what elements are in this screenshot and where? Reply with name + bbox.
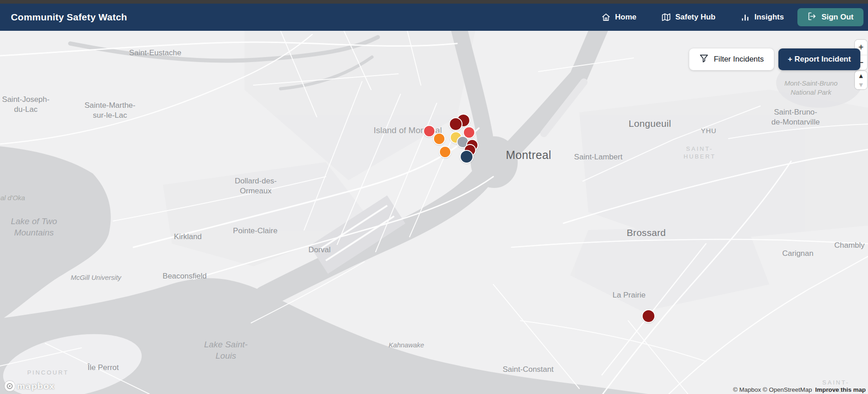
nav-item-safety-hub[interactable]: Safety Hub (662, 13, 715, 22)
improve-this-map-link[interactable]: Improve this map (815, 386, 866, 393)
filter-incidents-button[interactable]: Filter Incidents (689, 48, 774, 70)
nav-item-insights-label: Insights (754, 13, 784, 22)
incident-marker-darkred[interactable] (449, 117, 463, 131)
main-nav: Home Safety Hub Insights (601, 13, 784, 22)
report-incident-button[interactable]: + Report Incident (778, 48, 860, 70)
incident-marker-orange[interactable] (433, 133, 445, 145)
filter-incidents-label: Filter Incidents (714, 55, 764, 64)
mapbox-wordmark: mapbox (17, 381, 55, 391)
sign-out-label: Sign Out (821, 13, 854, 22)
map-pitch-control: ▲ ▼ (855, 71, 867, 89)
pitch-down-button[interactable]: ▼ (855, 80, 867, 89)
window-top-strip (0, 0, 868, 4)
pitch-up-button[interactable]: ▲ (855, 71, 867, 80)
incident-marker-orange[interactable] (439, 146, 451, 158)
mapbox-badge-icon (5, 381, 15, 391)
incident-marker-red[interactable] (423, 125, 435, 137)
incident-marker-darkred[interactable] (642, 309, 655, 323)
home-icon (601, 13, 610, 22)
incident-marker-navy[interactable] (460, 150, 473, 163)
filter-funnel-icon (699, 53, 709, 65)
app-title: Community Safety Watch (11, 12, 127, 23)
map-canvas[interactable]: Saint-EustacheSaint-Joseph- du-LacSainte… (0, 31, 868, 394)
nav-item-home[interactable]: Home (601, 13, 636, 22)
nav-item-insights[interactable]: Insights (741, 13, 784, 22)
attribution-text: © Mapbox © OpenStreetMap (733, 386, 812, 393)
report-incident-label: + Report Incident (788, 55, 851, 64)
mapbox-logo[interactable]: mapbox (5, 381, 55, 391)
map-basemap (0, 31, 868, 394)
nav-item-home-label: Home (615, 13, 636, 22)
sign-out-icon (807, 12, 816, 23)
sign-out-button[interactable]: Sign Out (797, 8, 863, 26)
nav-item-safety-hub-label: Safety Hub (675, 13, 715, 22)
map-attribution: © Mapbox © OpenStreetMap Improve this ma… (733, 386, 866, 393)
app-header: Community Safety Watch Home Safety Hub I… (0, 4, 868, 31)
map-icon (662, 13, 671, 22)
bar-chart-icon (741, 13, 750, 22)
